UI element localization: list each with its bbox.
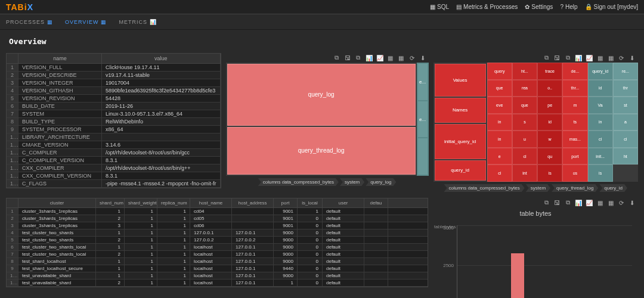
save-icon[interactable]: 🖫	[344, 54, 351, 61]
table-row[interactable]: 4test_cluster_two_shards111127.0.0.1127.…	[7, 229, 428, 237]
tm2-grid-cell[interactable]: st	[613, 97, 638, 114]
refresh-icon[interactable]: ⟳	[618, 54, 625, 61]
download-icon[interactable]: ⬇	[419, 54, 426, 61]
treemap1-block-bottom[interactable]: query_thread_log	[227, 127, 416, 175]
copy2-icon[interactable]: ⧉	[564, 199, 571, 206]
bc-item[interactable]: system	[526, 184, 550, 192]
tm2-grid-cell[interactable]: ts	[562, 114, 587, 131]
tab-processes[interactable]: PROCESSES▦	[6, 19, 53, 25]
table-row[interactable]: 15CXX_COMPILER_VERSION8.3.1	[7, 172, 221, 180]
nav-signout[interactable]: 🔒Sign out [mydev]	[585, 4, 638, 10]
col-is_local[interactable]: is_local	[298, 198, 323, 207]
table-row[interactable]: 11CMAKE_VERSION3.14.6	[7, 141, 221, 149]
tm2-grid-cell[interactable]: o..	[537, 80, 562, 97]
tm2-grid-cell[interactable]: que	[487, 80, 512, 97]
nav-sql[interactable]: ▦SQL	[430, 4, 449, 10]
col-host_address[interactable]: host_address	[232, 198, 274, 207]
table-row[interactable]: 8test_shard_localhost111localhost127.0.0…	[7, 258, 428, 265]
treemap2[interactable]: Values Names initial_query_id query_id q…	[434, 63, 638, 182]
bc-item[interactable]: query_thread_log	[552, 184, 598, 192]
copy2-icon[interactable]: ⧉	[355, 54, 362, 61]
table-row[interactable]: 11test_unavailable_shard211localhost127.…	[7, 280, 428, 287]
table-row[interactable]: 5test_cluster_two_shards211127.0.0.2127.…	[7, 237, 428, 244]
tm2-initquery[interactable]: initial_query_id	[435, 124, 486, 159]
table-row[interactable]: 14CXX_COMPILER/opt/rh/devtoolset-8/root/…	[7, 164, 221, 172]
tm2-grid-cell[interactable]: cl	[588, 131, 613, 148]
table-row[interactable]: 10test_unavailable_shard111localhost127.…	[7, 272, 428, 280]
col-port[interactable]: port	[274, 198, 298, 207]
grid2-icon[interactable]: ▦	[607, 54, 614, 61]
tm2-grid-cell[interactable]: thr	[613, 80, 638, 97]
table-row[interactable]: 3cluster_3shards_1replicas311cd0690010de…	[7, 222, 428, 229]
bc-item[interactable]: query_id	[599, 184, 627, 192]
bc-item[interactable]: columns data_compressed_bytes	[258, 178, 339, 186]
tm2-grid-cell[interactable]: m	[562, 97, 587, 114]
tm2-grid-cell[interactable]: port	[562, 148, 587, 165]
line-icon[interactable]: 📈	[586, 199, 593, 206]
line-icon[interactable]: 📈	[586, 54, 593, 61]
tm2-grid-cell[interactable]: is	[588, 164, 613, 182]
chart-icon[interactable]: 📊	[575, 199, 582, 206]
table-row[interactable]: 1VERSION_FULLClickHouse 19.17.4.11	[7, 64, 221, 72]
col-cluster[interactable]: cluster	[18, 198, 96, 207]
treemap1[interactable]: query_log query_thread_log e... e...	[226, 63, 429, 176]
grid-icon[interactable]: ▦	[596, 199, 603, 206]
chart-icon[interactable]: 📊	[575, 54, 582, 61]
tm2-grid-cell[interactable]: cl	[613, 131, 638, 148]
col-shard_num[interactable]: shard_num	[96, 198, 125, 207]
tab-metrics[interactable]: METRICS📊	[119, 19, 157, 25]
tm2-grid-cell[interactable]: in	[487, 131, 512, 148]
table-row[interactable]: 9test_shard_localhost_secure111localhost…	[7, 265, 428, 272]
tm2-grid-cell[interactable]: os	[562, 164, 587, 182]
tm2-grid-cell[interactable]: que	[512, 97, 537, 114]
table-row[interactable]: 16C_FLAGS-pipe -msse4.1 -msse4.2 -mpopcn…	[7, 180, 221, 188]
download-icon[interactable]: ⬇	[628, 54, 636, 61]
table-row[interactable]: 2VERSION_DESCRIBEv19.17.4.11-stable	[7, 72, 221, 79]
tm2-values[interactable]: Values	[435, 64, 486, 97]
treemap1-block-top[interactable]: query_log	[227, 64, 416, 126]
col-name[interactable]: name	[18, 54, 102, 63]
col-user[interactable]: user	[323, 198, 364, 207]
tm2-grid-cell[interactable]: id	[588, 80, 613, 97]
table-row[interactable]: 6test_cluster_two_shards_local111localho…	[7, 244, 428, 251]
table-row[interactable]: 1cluster_3shards_1replicas111cd0490011de…	[7, 208, 428, 215]
refresh-icon[interactable]: ⟳	[618, 199, 625, 206]
tm2-grid-cell[interactable]: ht	[613, 148, 638, 165]
tm2-grid-cell[interactable]: init...	[588, 148, 613, 165]
tm2-grid-cell[interactable]: is	[537, 164, 562, 182]
tm2-grid-cell[interactable]: query_id	[588, 63, 613, 80]
tm2-grid-cell[interactable]: thr...	[562, 80, 587, 97]
tm2-grid-cell[interactable]: rea	[512, 80, 537, 97]
bc-item[interactable]: query_log	[366, 178, 396, 186]
tm2-grid-cell[interactable]: Va	[588, 97, 613, 114]
grid2-icon[interactable]: ▦	[607, 199, 614, 206]
table-row[interactable]: 2cluster_3shards_1replicas211cd0590010de…	[7, 215, 428, 222]
grid-icon[interactable]: ▦	[387, 54, 394, 61]
tm2-grid-cell[interactable]: re...	[613, 63, 638, 80]
tab-overview[interactable]: OVERVIEW▦	[65, 19, 107, 25]
tm2-grid-cell[interactable]: in	[588, 114, 613, 131]
table-row[interactable]: 7test_cluster_two_shards_local211localho…	[7, 251, 428, 258]
tm2-queryid[interactable]: query_id	[435, 160, 486, 181]
refresh-icon[interactable]: ⟳	[408, 54, 416, 61]
table-row[interactable]: 13C_COMPILER_VERSION8.3.1	[7, 157, 221, 164]
tm2-grid-cell[interactable]: trace	[537, 63, 562, 80]
tm2-grid-cell[interactable]: qu	[537, 148, 562, 165]
save-icon[interactable]: 🖫	[553, 199, 561, 206]
table-row[interactable]: 4VERSION_GITHASH5890bfe1ead63925f8c3f2e5…	[7, 87, 221, 95]
tm2-grid-cell[interactable]: eve	[487, 97, 512, 114]
copy-icon[interactable]: ⧉	[543, 199, 550, 206]
tm2-grid-cell[interactable]: int	[512, 164, 537, 182]
tm2-names[interactable]: Names	[435, 98, 486, 123]
col-replica_num[interactable]: replica_num	[157, 198, 190, 207]
col-defau[interactable]: defau	[364, 198, 388, 207]
table-row[interactable]: 12C_COMPILER/opt/rh/devtoolset-8/root/us…	[7, 149, 221, 157]
table-row[interactable]: 5VERSION_REVISION54428	[7, 95, 221, 103]
tm2-grid-cell[interactable]: s	[512, 114, 537, 131]
nav-help[interactable]: ?Help	[560, 4, 577, 10]
table-row[interactable]: 9SYSTEM_PROCESSORx86_64	[7, 126, 221, 134]
line-icon[interactable]: 📈	[376, 54, 383, 61]
tm2-grid-cell[interactable]: w	[537, 131, 562, 148]
nav-metrics[interactable]: ▤Metrics & Processes	[456, 4, 518, 10]
grid2-icon[interactable]: ▦	[398, 54, 405, 61]
